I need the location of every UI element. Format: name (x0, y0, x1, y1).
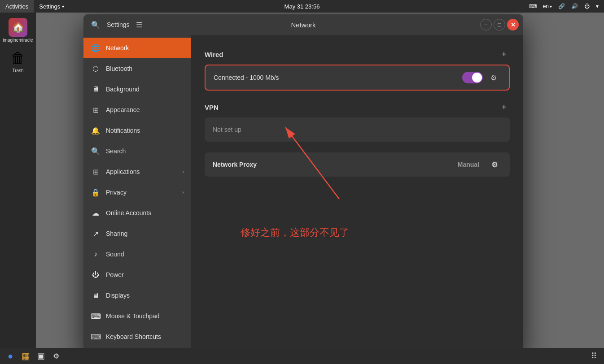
bottombar-files[interactable]: ▦ (19, 350, 32, 362)
proxy-gear-button[interactable]: ⚙ (487, 157, 502, 172)
wired-connection-item: Connected - 1000 Mb/s ⚙ (206, 65, 509, 90)
main-content: Wired + Connected - 1000 Mb/s ⚙ (191, 35, 523, 355)
vpn-add-button[interactable]: + (498, 101, 510, 113)
settings-window: 🔍 Settings ☰ Network − □ ✕ (83, 14, 523, 355)
background-label: Background (106, 86, 184, 93)
dock: 🏠 imaginemiracle 🗑 Trash (0, 13, 36, 348)
sidebar-item-network[interactable]: 🌐Network (83, 38, 191, 58)
vpn-section: VPN + Not set up (205, 101, 510, 142)
proxy-label: Network Proxy (213, 161, 458, 168)
vpn-box: Not set up (205, 117, 510, 142)
wired-section-title: Wired (205, 51, 223, 58)
privacy-arrow-icon: › (182, 189, 184, 195)
settings-sidebar: 🌐Network⬡Bluetooth🖥Background⊞Appearance… (83, 35, 191, 355)
wired-add-button[interactable]: + (498, 48, 510, 60)
appearance-icon: ⊞ (91, 105, 101, 115)
sidebar-item-keyboard-shortcuts[interactable]: ⌨Keyboard Shortcuts (83, 326, 191, 347)
sound-icon: ♪ (91, 249, 101, 259)
privacy-icon: 🔒 (91, 187, 101, 197)
bottombar: ● ▦ ▣ ⚙ ⠿ (0, 348, 604, 364)
keyboard-shortcuts-label: Keyboard Shortcuts (106, 333, 184, 340)
bottombar-terminal[interactable]: ▣ (34, 350, 48, 362)
minimize-icon: − (484, 22, 488, 28)
hamburger-icon: ☰ (136, 21, 142, 29)
sidebar-item-mouse-touchpad[interactable]: ⌨Mouse & Touchpad (83, 306, 191, 326)
desktop: Activities Settings ▾ May 31 23:56 ⌨ en … (0, 0, 604, 364)
bottombar-settings[interactable]: ⚙ (49, 350, 63, 362)
annotation: 修好之前，这部分不见了 (205, 195, 510, 248)
wired-section: Wired + Connected - 1000 Mb/s ⚙ (205, 48, 510, 91)
sidebar-item-sound[interactable]: ♪Sound (83, 244, 191, 264)
close-button[interactable]: ✕ (507, 19, 519, 30)
settings-menu-arrow-icon: ▾ (62, 4, 64, 9)
vpn-section-title: VPN (205, 104, 219, 111)
dock-item-trash[interactable]: 🗑 Trash (4, 48, 31, 74)
search-icon: 🔍 (91, 21, 100, 29)
appearance-label: Appearance (106, 106, 184, 113)
network-label: Network (106, 44, 184, 52)
sidebar-item-appearance[interactable]: ⊞Appearance (83, 100, 191, 120)
applications-icon: ⊞ (91, 167, 101, 177)
sidebar-item-privacy[interactable]: 🔒Privacy› (83, 182, 191, 203)
sidebar-item-displays[interactable]: 🖥Displays (83, 285, 191, 306)
search-label: Search (106, 147, 184, 155)
window-search-button[interactable]: 🔍 (89, 18, 102, 31)
privacy-label: Privacy (106, 189, 177, 196)
topbar: Activities Settings ▾ May 31 23:56 ⌨ en … (0, 0, 604, 13)
close-icon: ✕ (511, 22, 516, 28)
topbar-power-icon[interactable]: ⏻ (582, 0, 592, 13)
sharing-label: Sharing (106, 230, 184, 237)
wired-toggle[interactable] (462, 72, 483, 83)
sidebar-item-applications[interactable]: ⊞Applications› (83, 161, 191, 182)
maximize-icon: □ (498, 22, 501, 28)
dock-item-home[interactable]: 🏠 imaginemiracle (4, 17, 31, 44)
mouse-touchpad-icon: ⌨ (91, 311, 101, 321)
window-titlebar: 🔍 Settings ☰ Network − □ ✕ (83, 14, 523, 35)
sidebar-item-bluetooth[interactable]: ⬡Bluetooth (83, 58, 191, 79)
sidebar-item-background[interactable]: 🖥Background (83, 79, 191, 100)
topbar-lang-button[interactable]: en ▾ (540, 0, 555, 13)
sidebar-item-search[interactable]: 🔍Search (83, 141, 191, 161)
notifications-label: Notifications (106, 127, 184, 134)
online-accounts-label: Online Accounts (106, 209, 184, 217)
bottombar-chrome[interactable]: ● (4, 350, 17, 362)
network-icon: 🌐 (91, 43, 101, 53)
sidebar-item-power[interactable]: ⏻Power (83, 264, 191, 285)
wired-section-header: Wired + (205, 48, 510, 60)
notifications-icon: 🔔 (91, 126, 101, 135)
sharing-icon: ↗ (91, 229, 101, 238)
online-accounts-icon: ☁ (91, 208, 101, 218)
topbar-datetime: May 31 23:56 (284, 3, 320, 10)
bluetooth-icon: ⬡ (91, 64, 101, 74)
wired-gear-button[interactable]: ⚙ (486, 70, 501, 85)
applications-label: Applications (106, 168, 177, 175)
trash-icon: 🗑 (9, 48, 27, 67)
show-apps-button[interactable]: ⠿ (587, 350, 600, 362)
vpn-section-header: VPN + (205, 101, 510, 113)
annotation-text: 修好之前，这部分不见了 (241, 226, 510, 239)
sidebar-item-online-accounts[interactable]: ☁Online Accounts (83, 203, 191, 223)
maximize-button[interactable]: □ (494, 19, 505, 30)
topbar-network-icon[interactable]: 🔗 (556, 0, 568, 13)
search-icon: 🔍 (91, 146, 101, 156)
window-menu-button[interactable]: ☰ (132, 18, 146, 31)
activities-button[interactable]: Activities (0, 0, 34, 13)
proxy-item: Network Proxy Manual ⚙ (205, 152, 510, 177)
topbar-menu-arrow-icon[interactable]: ▾ (593, 0, 601, 13)
vpn-empty-label: Not set up (205, 117, 510, 142)
proxy-status: Manual (458, 161, 479, 168)
sidebar-item-notifications[interactable]: 🔔Notifications (83, 120, 191, 141)
toggle-knob (472, 73, 482, 82)
settings-menu-button[interactable]: Settings ▾ (34, 0, 70, 13)
home-folder-icon: 🏠 (9, 18, 27, 37)
minimize-button[interactable]: − (480, 19, 492, 30)
proxy-section: Network Proxy Manual ⚙ (205, 152, 510, 177)
displays-icon: 🖥 (91, 290, 101, 300)
power-label: Power (106, 271, 184, 278)
sidebar-item-sharing[interactable]: ↗Sharing (83, 223, 191, 244)
topbar-volume-icon[interactable]: 🔊 (569, 0, 581, 13)
lang-arrow-icon: ▾ (550, 4, 552, 9)
topbar-keyboard-icon[interactable]: ⌨ (526, 0, 539, 13)
bottombar-right: ⠿ (587, 350, 600, 362)
wired-box: Connected - 1000 Mb/s ⚙ (205, 65, 510, 91)
